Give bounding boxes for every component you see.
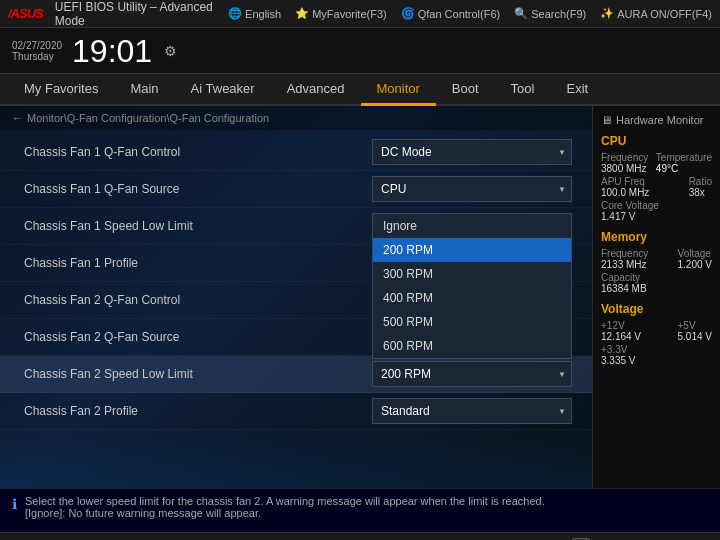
left-panel: ← Monitor\Q-Fan Configuration\Q-Fan Conf…	[0, 106, 592, 488]
chassis-fan2-speed-dropdown[interactable]: 200 RPM	[372, 361, 572, 387]
main-area: ← Monitor\Q-Fan Configuration\Q-Fan Conf…	[0, 106, 720, 488]
memory-section-title: Memory	[601, 230, 712, 244]
voltage-section-title: Voltage	[601, 302, 712, 316]
chassis-fan2-profile-row: Chassis Fan 2 Profile Standard	[0, 393, 592, 430]
bios-title: UEFI BIOS Utility – Advanced Mode	[55, 0, 216, 28]
search-button[interactable]: 🔍 Search(F9)	[514, 7, 586, 20]
time-display: 19:01	[72, 35, 152, 67]
chassis-fan1-qfan-control-dropdown[interactable]: DC Mode	[372, 139, 572, 165]
hardware-monitor-panel: 🖥 Hardware Monitor CPU Frequency 3800 MH…	[592, 106, 720, 488]
popup-item-600rpm[interactable]: 600 RPM	[373, 334, 571, 358]
chassis-fan1-profile-label: Chassis Fan 1 Profile	[24, 256, 372, 270]
nav-tool[interactable]: Tool	[495, 74, 551, 106]
mem-freq-voltage-row: Frequency 2133 MHz Voltage 1.200 V	[601, 248, 712, 270]
chassis-fan1-speed-dropdown[interactable]: 200 RPM Ignore 200 RPM 300 RPM 400 RPM 5…	[372, 213, 572, 239]
popup-item-400rpm[interactable]: 400 RPM	[373, 286, 571, 310]
datetime-bar: 02/27/2020 Thursday 19:01 ⚙	[0, 28, 720, 74]
nav-my-favorites[interactable]: My Favorites	[8, 74, 114, 106]
popup-item-ignore[interactable]: Ignore	[373, 214, 571, 238]
my-favorite-button[interactable]: ⭐ MyFavorite(F3)	[295, 7, 387, 20]
monitor-icon: 🖥	[601, 114, 612, 126]
info-icon: ℹ	[12, 496, 17, 512]
aura-button[interactable]: ✨ AURA ON/OFF(F4)	[600, 7, 712, 20]
nav-monitor[interactable]: Monitor	[361, 74, 436, 106]
bg-decoration	[0, 428, 592, 488]
chassis-fan2-profile-dropdown[interactable]: Standard	[372, 398, 572, 424]
cpu-apu-ratio-row: APU Freq 100.0 MHz Ratio 38x	[601, 176, 712, 198]
chassis-fan2-speed-row: Chassis Fan 2 Speed Low Limit 200 RPM	[0, 356, 592, 393]
chassis-fan2-qfan-control-label: Chassis Fan 2 Q-Fan Control	[24, 293, 372, 307]
voltage-33v-row: +3.3V 3.335 V	[601, 344, 712, 366]
nav-boot[interactable]: Boot	[436, 74, 495, 106]
cpu-section-title: CPU	[601, 134, 712, 148]
chassis-fan2-source-label: Chassis Fan 2 Q-Fan Source	[24, 330, 372, 344]
popup-item-300rpm[interactable]: 300 RPM	[373, 262, 571, 286]
top-bar-icons: 🌐 English ⭐ MyFavorite(F3) 🌀 Qfan Contro…	[228, 7, 712, 20]
info-text: Select the lower speed limit for the cha…	[25, 495, 545, 519]
breadcrumb: ← Monitor\Q-Fan Configuration\Q-Fan Conf…	[0, 106, 592, 130]
chassis-fan1-qfan-control-label: Chassis Fan 1 Q-Fan Control	[24, 145, 372, 159]
footer-nav: | Last Modified | EzMode(F7)→ | Hot Keys…	[0, 532, 720, 540]
chassis-fan1-source-label: Chassis Fan 1 Q-Fan Source	[24, 182, 372, 196]
settings-icon[interactable]: ⚙	[164, 43, 177, 59]
nav-advanced[interactable]: Advanced	[271, 74, 361, 106]
chassis-fan1-source-row: Chassis Fan 1 Q-Fan Source CPU	[0, 171, 592, 208]
info-bar: ℹ Select the lower speed limit for the c…	[0, 488, 720, 532]
speed-dropdown-popup: Ignore 200 RPM 300 RPM 400 RPM 500 RPM 6…	[372, 213, 572, 359]
asus-logo: /ASUS	[8, 6, 43, 21]
mem-capacity-row: Capacity 16384 MB	[601, 272, 712, 294]
cpu-freq-temp-row: Frequency 3800 MHz Temperature 49°C	[601, 152, 712, 174]
qfan-control-button[interactable]: 🌀 Qfan Control(F6)	[401, 7, 501, 20]
cpu-core-voltage-row: Core Voltage 1.417 V	[601, 200, 712, 222]
popup-item-200rpm[interactable]: 200 RPM	[373, 238, 571, 262]
back-arrow-icon[interactable]: ←	[12, 112, 23, 124]
nav-main[interactable]: Main	[114, 74, 174, 106]
settings-area: Chassis Fan 1 Q-Fan Control DC Mode Chas…	[0, 130, 592, 434]
hardware-monitor-title: 🖥 Hardware Monitor	[601, 114, 712, 126]
chassis-fan1-source-dropdown[interactable]: CPU	[372, 176, 572, 202]
chassis-fan1-qfan-control-row: Chassis Fan 1 Q-Fan Control DC Mode	[0, 134, 592, 171]
nav-bar: My Favorites Main Ai Tweaker Advanced Mo…	[0, 74, 720, 106]
date-display: 02/27/2020 Thursday	[12, 40, 62, 62]
chassis-fan2-profile-label: Chassis Fan 2 Profile	[24, 404, 372, 418]
nav-ai-tweaker[interactable]: Ai Tweaker	[175, 74, 271, 106]
nav-exit[interactable]: Exit	[550, 74, 604, 106]
language-selector[interactable]: 🌐 English	[228, 7, 281, 20]
top-bar: /ASUS UEFI BIOS Utility – Advanced Mode …	[0, 0, 720, 28]
popup-item-500rpm[interactable]: 500 RPM	[373, 310, 571, 334]
voltage-12v-5v-row: +12V 12.164 V +5V 5.014 V	[601, 320, 712, 342]
chassis-fan1-speed-label: Chassis Fan 1 Speed Low Limit	[24, 219, 372, 233]
chassis-fan1-speed-row: Chassis Fan 1 Speed Low Limit 200 RPM Ig…	[0, 208, 592, 245]
chassis-fan2-speed-label: Chassis Fan 2 Speed Low Limit	[24, 367, 372, 381]
